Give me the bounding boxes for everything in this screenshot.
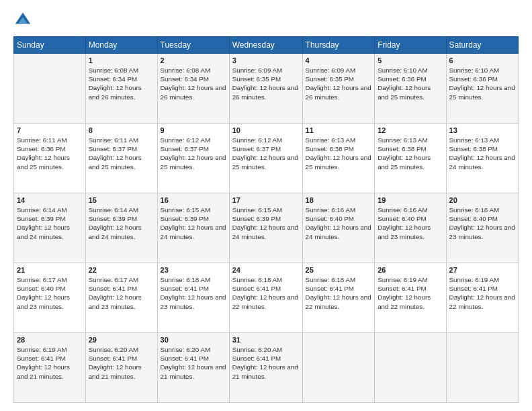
calendar-cell: 31Sunrise: 6:20 AMSunset: 6:41 PMDayligh… [229, 333, 302, 403]
day-info: Sunrise: 6:20 AMSunset: 6:41 PMDaylight:… [89, 345, 154, 381]
day-info: Sunrise: 6:16 AMSunset: 6:40 PMDaylight:… [449, 205, 515, 241]
day-number: 13 [449, 126, 515, 134]
day-info: Sunrise: 6:18 AMSunset: 6:41 PMDaylight:… [232, 275, 300, 311]
calendar-cell: 15Sunrise: 6:14 AMSunset: 6:39 PMDayligh… [85, 193, 157, 263]
calendar-header-friday: Friday [375, 37, 446, 54]
day-number: 19 [378, 196, 443, 204]
day-info: Sunrise: 6:10 AMSunset: 6:36 PMDaylight:… [449, 66, 515, 101]
calendar-cell: 13Sunrise: 6:13 AMSunset: 6:38 PMDayligh… [446, 124, 518, 193]
day-info: Sunrise: 6:15 AMSunset: 6:39 PMDaylight:… [161, 205, 226, 241]
calendar-cell: 23Sunrise: 6:18 AMSunset: 6:41 PMDayligh… [157, 263, 229, 333]
day-number: 14 [17, 196, 83, 204]
day-number: 12 [378, 126, 443, 134]
calendar-cell: 12Sunrise: 6:13 AMSunset: 6:38 PMDayligh… [375, 124, 446, 193]
calendar-cell: 4Sunrise: 6:09 AMSunset: 6:35 PMDaylight… [302, 54, 375, 124]
day-info: Sunrise: 6:18 AMSunset: 6:41 PMDaylight:… [161, 275, 226, 311]
day-info: Sunrise: 6:13 AMSunset: 6:38 PMDaylight:… [378, 136, 443, 171]
calendar-cell: 30Sunrise: 6:20 AMSunset: 6:41 PMDayligh… [157, 333, 229, 403]
day-number: 1 [89, 56, 154, 64]
day-number: 28 [17, 336, 83, 344]
day-info: Sunrise: 6:11 AMSunset: 6:37 PMDaylight:… [89, 136, 154, 171]
calendar-cell: 2Sunrise: 6:08 AMSunset: 6:34 PMDaylight… [157, 54, 229, 124]
calendar-week-row: 28Sunrise: 6:19 AMSunset: 6:41 PMDayligh… [14, 333, 519, 403]
day-info: Sunrise: 6:13 AMSunset: 6:38 PMDaylight:… [449, 136, 515, 171]
calendar-cell: 22Sunrise: 6:17 AMSunset: 6:41 PMDayligh… [85, 263, 157, 333]
calendar-cell: 5Sunrise: 6:10 AMSunset: 6:36 PMDaylight… [375, 54, 446, 124]
day-info: Sunrise: 6:14 AMSunset: 6:39 PMDaylight:… [17, 205, 83, 241]
day-info: Sunrise: 6:16 AMSunset: 6:40 PMDaylight:… [306, 205, 372, 241]
calendar-week-row: 7Sunrise: 6:11 AMSunset: 6:36 PMDaylight… [14, 124, 519, 193]
day-info: Sunrise: 6:18 AMSunset: 6:41 PMDaylight:… [306, 275, 372, 311]
calendar-cell [446, 333, 518, 403]
day-info: Sunrise: 6:20 AMSunset: 6:41 PMDaylight:… [161, 345, 226, 381]
calendar-header-tuesday: Tuesday [157, 37, 229, 54]
day-number: 26 [378, 266, 443, 274]
day-info: Sunrise: 6:08 AMSunset: 6:34 PMDaylight:… [89, 66, 154, 101]
calendar-cell: 1Sunrise: 6:08 AMSunset: 6:34 PMDaylight… [85, 54, 157, 124]
day-number: 6 [449, 56, 515, 64]
calendar-cell: 3Sunrise: 6:09 AMSunset: 6:35 PMDaylight… [229, 54, 302, 124]
day-info: Sunrise: 6:09 AMSunset: 6:35 PMDaylight:… [306, 66, 372, 101]
day-number: 17 [232, 196, 300, 204]
calendar-header-row: SundayMondayTuesdayWednesdayThursdayFrid… [14, 37, 519, 54]
calendar-cell: 11Sunrise: 6:13 AMSunset: 6:38 PMDayligh… [302, 124, 375, 193]
day-info: Sunrise: 6:17 AMSunset: 6:40 PMDaylight:… [17, 275, 83, 311]
calendar-cell: 29Sunrise: 6:20 AMSunset: 6:41 PMDayligh… [85, 333, 157, 403]
day-info: Sunrise: 6:20 AMSunset: 6:41 PMDaylight:… [232, 345, 300, 381]
day-number: 11 [306, 126, 372, 134]
day-number: 2 [161, 56, 226, 64]
calendar-cell: 16Sunrise: 6:15 AMSunset: 6:39 PMDayligh… [157, 193, 229, 263]
day-info: Sunrise: 6:19 AMSunset: 6:41 PMDaylight:… [378, 275, 443, 311]
day-number: 5 [378, 56, 443, 64]
calendar-header-thursday: Thursday [302, 37, 375, 54]
day-number: 4 [306, 56, 372, 64]
day-info: Sunrise: 6:11 AMSunset: 6:36 PMDaylight:… [17, 136, 83, 171]
calendar-cell: 14Sunrise: 6:14 AMSunset: 6:39 PMDayligh… [14, 193, 86, 263]
calendar-header-monday: Monday [85, 37, 157, 54]
logo [13, 11, 35, 30]
day-number: 29 [89, 336, 154, 344]
day-number: 27 [449, 266, 515, 274]
calendar-cell: 6Sunrise: 6:10 AMSunset: 6:36 PMDaylight… [446, 54, 518, 124]
day-info: Sunrise: 6:15 AMSunset: 6:39 PMDaylight:… [232, 205, 300, 241]
calendar-cell [302, 333, 375, 403]
day-info: Sunrise: 6:13 AMSunset: 6:38 PMDaylight:… [306, 136, 372, 171]
day-number: 23 [161, 266, 226, 274]
day-number: 7 [17, 126, 83, 134]
day-info: Sunrise: 6:12 AMSunset: 6:37 PMDaylight:… [161, 136, 226, 171]
calendar-cell: 8Sunrise: 6:11 AMSunset: 6:37 PMDaylight… [85, 124, 157, 193]
calendar-cell: 7Sunrise: 6:11 AMSunset: 6:36 PMDaylight… [14, 124, 86, 193]
day-number: 30 [161, 336, 226, 344]
calendar-cell: 10Sunrise: 6:12 AMSunset: 6:37 PMDayligh… [229, 124, 302, 193]
day-info: Sunrise: 6:16 AMSunset: 6:40 PMDaylight:… [378, 205, 443, 241]
logo-icon [13, 11, 32, 30]
day-number: 16 [161, 196, 226, 204]
day-info: Sunrise: 6:19 AMSunset: 6:41 PMDaylight:… [449, 275, 515, 311]
day-number: 18 [306, 196, 372, 204]
calendar-cell: 18Sunrise: 6:16 AMSunset: 6:40 PMDayligh… [302, 193, 375, 263]
day-info: Sunrise: 6:08 AMSunset: 6:34 PMDaylight:… [161, 66, 226, 101]
calendar-cell: 19Sunrise: 6:16 AMSunset: 6:40 PMDayligh… [375, 193, 446, 263]
calendar-header-saturday: Saturday [446, 37, 518, 54]
day-info: Sunrise: 6:19 AMSunset: 6:41 PMDaylight:… [17, 345, 83, 381]
day-number: 8 [89, 126, 154, 134]
calendar-cell: 25Sunrise: 6:18 AMSunset: 6:41 PMDayligh… [302, 263, 375, 333]
day-number: 20 [449, 196, 515, 204]
day-info: Sunrise: 6:14 AMSunset: 6:39 PMDaylight:… [89, 205, 154, 241]
calendar-cell [375, 333, 446, 403]
calendar-cell: 21Sunrise: 6:17 AMSunset: 6:40 PMDayligh… [14, 263, 86, 333]
calendar-cell: 28Sunrise: 6:19 AMSunset: 6:41 PMDayligh… [14, 333, 86, 403]
calendar-cell: 17Sunrise: 6:15 AMSunset: 6:39 PMDayligh… [229, 193, 302, 263]
calendar-week-row: 14Sunrise: 6:14 AMSunset: 6:39 PMDayligh… [14, 193, 519, 263]
day-number: 31 [232, 336, 300, 344]
calendar-cell: 26Sunrise: 6:19 AMSunset: 6:41 PMDayligh… [375, 263, 446, 333]
day-number: 3 [232, 56, 300, 64]
page: SundayMondayTuesdayWednesdayThursdayFrid… [0, 0, 532, 411]
calendar-cell: 27Sunrise: 6:19 AMSunset: 6:41 PMDayligh… [446, 263, 518, 333]
calendar-cell: 9Sunrise: 6:12 AMSunset: 6:37 PMDaylight… [157, 124, 229, 193]
calendar-cell: 20Sunrise: 6:16 AMSunset: 6:40 PMDayligh… [446, 193, 518, 263]
calendar-header-sunday: Sunday [14, 37, 86, 54]
day-info: Sunrise: 6:12 AMSunset: 6:37 PMDaylight:… [232, 136, 300, 171]
day-number: 25 [306, 266, 372, 274]
day-number: 21 [17, 266, 83, 274]
